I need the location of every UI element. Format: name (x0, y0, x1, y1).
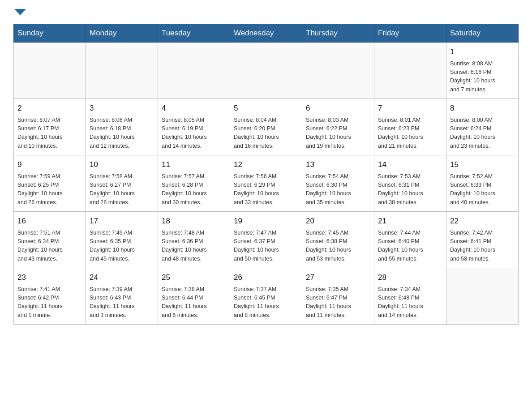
day-info: Sunrise: 7:47 AMSunset: 6:37 PMDaylight:… (234, 229, 298, 264)
day-info: Sunrise: 7:49 AMSunset: 6:35 PMDaylight:… (90, 229, 154, 264)
calendar-table: SundayMondayTuesdayWednesdayThursdayFrid… (13, 24, 519, 325)
day-header-monday: Monday (86, 24, 158, 43)
day-header-tuesday: Tuesday (158, 24, 230, 43)
calendar-day-cell: 18Sunrise: 7:48 AMSunset: 6:36 PMDayligh… (158, 212, 230, 268)
page-header (13, 9, 519, 15)
day-info: Sunrise: 8:08 AMSunset: 6:16 PMDaylight:… (450, 60, 515, 94)
day-info: Sunrise: 7:44 AMSunset: 6:40 PMDaylight:… (378, 229, 442, 264)
day-info: Sunrise: 8:03 AMSunset: 6:22 PMDaylight:… (306, 116, 370, 151)
calendar-day-cell (302, 43, 374, 99)
calendar-day-cell: 15Sunrise: 7:52 AMSunset: 6:33 PMDayligh… (446, 155, 519, 212)
day-info: Sunrise: 7:42 AMSunset: 6:41 PMDaylight:… (450, 229, 515, 264)
day-info: Sunrise: 8:07 AMSunset: 6:17 PMDaylight:… (17, 116, 82, 151)
calendar-day-cell: 28Sunrise: 7:34 AMSunset: 6:48 PMDayligh… (374, 268, 446, 325)
day-info: Sunrise: 7:59 AMSunset: 6:25 PMDaylight:… (17, 172, 82, 207)
day-number: 4 (162, 103, 226, 114)
calendar-day-cell: 27Sunrise: 7:35 AMSunset: 6:47 PMDayligh… (302, 268, 374, 325)
day-info: Sunrise: 7:56 AMSunset: 6:29 PMDaylight:… (234, 172, 298, 207)
day-number: 15 (450, 159, 515, 171)
calendar-day-cell: 12Sunrise: 7:56 AMSunset: 6:29 PMDayligh… (230, 155, 302, 212)
day-info: Sunrise: 7:54 AMSunset: 6:30 PMDaylight:… (306, 172, 370, 207)
day-header-saturday: Saturday (446, 24, 519, 43)
day-info: Sunrise: 8:01 AMSunset: 6:23 PMDaylight:… (378, 116, 442, 151)
day-info: Sunrise: 7:38 AMSunset: 6:44 PMDaylight:… (162, 285, 226, 320)
calendar-day-cell: 13Sunrise: 7:54 AMSunset: 6:30 PMDayligh… (302, 155, 374, 212)
calendar-day-cell: 14Sunrise: 7:53 AMSunset: 6:31 PMDayligh… (374, 155, 446, 212)
calendar-header-row: SundayMondayTuesdayWednesdayThursdayFrid… (14, 24, 519, 43)
calendar-week-row: 16Sunrise: 7:51 AMSunset: 6:34 PMDayligh… (14, 212, 519, 268)
calendar-day-cell: 21Sunrise: 7:44 AMSunset: 6:40 PMDayligh… (374, 212, 446, 268)
day-number: 9 (17, 159, 82, 171)
day-number: 25 (162, 272, 226, 283)
calendar-day-cell: 11Sunrise: 7:57 AMSunset: 6:28 PMDayligh… (158, 155, 230, 212)
day-info: Sunrise: 7:53 AMSunset: 6:31 PMDaylight:… (378, 172, 442, 207)
calendar-day-cell: 10Sunrise: 7:58 AMSunset: 6:27 PMDayligh… (86, 155, 158, 212)
calendar-week-row: 1Sunrise: 8:08 AMSunset: 6:16 PMDaylight… (14, 43, 519, 99)
calendar-day-cell: 17Sunrise: 7:49 AMSunset: 6:35 PMDayligh… (86, 212, 158, 268)
calendar-day-cell (374, 43, 446, 99)
day-number: 1 (450, 46, 515, 58)
calendar-day-cell: 4Sunrise: 8:05 AMSunset: 6:19 PMDaylight… (158, 99, 230, 155)
day-info: Sunrise: 7:57 AMSunset: 6:28 PMDaylight:… (162, 172, 226, 207)
day-info: Sunrise: 7:45 AMSunset: 6:38 PMDaylight:… (306, 229, 370, 264)
day-number: 23 (17, 272, 82, 283)
calendar-day-cell: 20Sunrise: 7:45 AMSunset: 6:38 PMDayligh… (302, 212, 374, 268)
day-header-wednesday: Wednesday (230, 24, 302, 43)
day-number: 8 (450, 103, 515, 114)
calendar-day-cell: 8Sunrise: 8:00 AMSunset: 6:24 PMDaylight… (446, 99, 519, 155)
calendar-day-cell (230, 43, 302, 99)
day-number: 20 (306, 215, 370, 227)
day-info: Sunrise: 8:04 AMSunset: 6:20 PMDaylight:… (234, 116, 298, 151)
day-info: Sunrise: 7:51 AMSunset: 6:34 PMDaylight:… (17, 229, 82, 264)
day-info: Sunrise: 7:37 AMSunset: 6:45 PMDaylight:… (234, 285, 298, 320)
day-header-sunday: Sunday (14, 24, 86, 43)
day-info: Sunrise: 7:35 AMSunset: 6:47 PMDaylight:… (306, 285, 370, 320)
day-number: 19 (234, 215, 298, 227)
calendar-day-cell: 6Sunrise: 8:03 AMSunset: 6:22 PMDaylight… (302, 99, 374, 155)
day-info: Sunrise: 7:52 AMSunset: 6:33 PMDaylight:… (450, 172, 515, 207)
day-info: Sunrise: 8:06 AMSunset: 6:18 PMDaylight:… (90, 116, 154, 151)
calendar-day-cell: 23Sunrise: 7:41 AMSunset: 6:42 PMDayligh… (14, 268, 86, 325)
day-number: 11 (162, 159, 226, 171)
day-info: Sunrise: 7:34 AMSunset: 6:48 PMDaylight:… (378, 285, 442, 320)
calendar-day-cell: 1Sunrise: 8:08 AMSunset: 6:16 PMDaylight… (446, 43, 519, 99)
calendar-day-cell: 24Sunrise: 7:39 AMSunset: 6:43 PMDayligh… (86, 268, 158, 325)
day-info: Sunrise: 7:41 AMSunset: 6:42 PMDaylight:… (17, 285, 82, 320)
calendar-week-row: 9Sunrise: 7:59 AMSunset: 6:25 PMDaylight… (14, 155, 519, 212)
calendar-day-cell: 19Sunrise: 7:47 AMSunset: 6:37 PMDayligh… (230, 212, 302, 268)
day-number: 17 (90, 215, 154, 227)
calendar-day-cell: 9Sunrise: 7:59 AMSunset: 6:25 PMDaylight… (14, 155, 86, 212)
day-header-friday: Friday (374, 24, 446, 43)
day-info: Sunrise: 8:05 AMSunset: 6:19 PMDaylight:… (162, 116, 226, 151)
calendar-day-cell: 16Sunrise: 7:51 AMSunset: 6:34 PMDayligh… (14, 212, 86, 268)
day-info: Sunrise: 7:48 AMSunset: 6:36 PMDaylight:… (162, 229, 226, 264)
calendar-day-cell: 25Sunrise: 7:38 AMSunset: 6:44 PMDayligh… (158, 268, 230, 325)
day-number: 14 (378, 159, 442, 171)
calendar-day-cell: 26Sunrise: 7:37 AMSunset: 6:45 PMDayligh… (230, 268, 302, 325)
day-number: 16 (17, 215, 82, 227)
day-number: 6 (306, 103, 370, 114)
logo (13, 9, 26, 15)
day-number: 10 (90, 159, 154, 171)
day-number: 3 (90, 103, 154, 114)
calendar-day-cell (158, 43, 230, 99)
day-number: 5 (234, 103, 298, 114)
day-number: 28 (378, 272, 442, 283)
day-number: 7 (378, 103, 442, 114)
calendar-day-cell (446, 268, 519, 325)
day-number: 22 (450, 215, 515, 227)
calendar-week-row: 23Sunrise: 7:41 AMSunset: 6:42 PMDayligh… (14, 268, 519, 325)
calendar-day-cell: 3Sunrise: 8:06 AMSunset: 6:18 PMDaylight… (86, 99, 158, 155)
calendar-day-cell: 7Sunrise: 8:01 AMSunset: 6:23 PMDaylight… (374, 99, 446, 155)
calendar-day-cell: 22Sunrise: 7:42 AMSunset: 6:41 PMDayligh… (446, 212, 519, 268)
day-info: Sunrise: 7:39 AMSunset: 6:43 PMDaylight:… (90, 285, 154, 320)
calendar-day-cell (14, 43, 86, 99)
day-number: 24 (90, 272, 154, 283)
day-header-thursday: Thursday (302, 24, 374, 43)
day-number: 27 (306, 272, 370, 283)
day-number: 26 (234, 272, 298, 283)
day-number: 2 (17, 103, 82, 114)
day-number: 18 (162, 215, 226, 227)
day-number: 21 (378, 215, 442, 227)
day-number: 13 (306, 159, 370, 171)
